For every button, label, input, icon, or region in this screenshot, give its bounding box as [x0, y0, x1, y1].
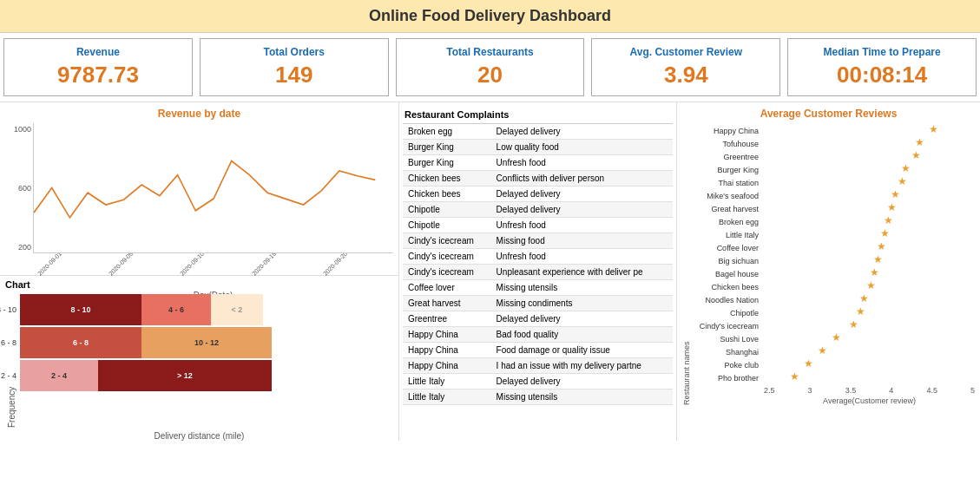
review-stars: ★	[762, 295, 975, 305]
frequency-y-label: Frequency	[7, 293, 16, 428]
review-row: Chipotle★	[693, 307, 975, 319]
left-panel: Revenue by date 1000 600 200 2020-09-01	[0, 102, 399, 441]
complaint-issue: Bad food quality	[491, 327, 673, 343]
review-stars: ★	[762, 178, 975, 188]
complaint-restaurant: Chipotle	[403, 218, 491, 233]
complaint-restaurant: Cindy's icecream	[403, 265, 491, 280]
complaint-restaurant: Chicken bees	[403, 171, 491, 187]
table-row: ChipotleUnfresh food	[403, 218, 673, 233]
kpi-restaurants-value: 20	[411, 62, 570, 88]
table-row: Cindy's icecreamUnfresh food	[403, 249, 673, 265]
complaint-issue: Unfresh food	[491, 218, 673, 233]
bar-row-6-8: 6 - 8 6 - 8 10 - 12	[20, 326, 393, 359]
kpi-orders-label: Total Orders	[214, 46, 374, 58]
table-row: Little ItalyDelayed delivery	[403, 374, 673, 390]
table-row: Cindy's icecreamMissing food	[403, 233, 673, 249]
review-stars: ★	[762, 282, 975, 292]
bar-row-2-4: 2 - 4 2 - 4 > 12	[20, 359, 393, 392]
review-row: Great harvest★	[693, 203, 975, 215]
seg-4-6: 4 - 6	[141, 294, 211, 325]
review-stars: ★	[762, 230, 975, 240]
review-row: Mike's seafood★	[693, 190, 975, 202]
kpi-review-label: Avg. Customer Review	[606, 46, 766, 58]
review-stars: ★	[762, 256, 975, 266]
review-restaurant-name: Sushi Love	[693, 335, 762, 344]
review-stars: ★	[762, 360, 975, 370]
review-restaurant-name: Chipotle	[693, 309, 762, 318]
review-stars: ★	[762, 217, 975, 227]
seg-6-8: 6 - 8	[20, 327, 141, 358]
review-restaurant-name: Cindy's icecream	[693, 322, 762, 331]
review-row: Big sichuan★	[693, 255, 975, 267]
seg-less-2: < 2	[211, 294, 263, 325]
table-row: GreentreeDelayed delivery	[403, 311, 673, 327]
kpi-time-value: 00:08:14	[802, 62, 962, 88]
review-restaurant-name: Shanghai	[693, 348, 762, 357]
review-row: Cindy's icecream★	[693, 320, 975, 332]
kpi-time-label: Median Time to Prepare	[802, 46, 962, 58]
review-row: Sushi Love★	[693, 333, 975, 345]
review-restaurant-name: Burger King	[693, 166, 762, 174]
review-row: Bagel house★	[693, 268, 975, 280]
review-stars: ★	[762, 191, 975, 201]
review-row: Little Italy★	[693, 229, 975, 241]
bar-x-label: Delivery distance (mile)	[5, 431, 393, 441]
complaint-issue: Food damage or quality issue	[491, 343, 673, 358]
complaint-restaurant: Coffee lover	[403, 280, 491, 296]
kpi-revenue-label: Revenue	[18, 46, 178, 58]
table-row: Cindy's icecreamUnpleasant experience wi…	[403, 265, 673, 280]
complaints-table: Broken eggDelayed deliveryBurger KingLow…	[403, 124, 673, 405]
table-row: Burger KingUnfresh food	[403, 155, 673, 171]
reviews-chart-area: Happy China★Tofuhouse★Greentree★Burger K…	[693, 125, 975, 384]
reviews-title: Average Customer Reviews	[682, 108, 975, 120]
x-axis-ticks: 2.533.544.55	[764, 386, 975, 395]
review-stars: ★	[762, 308, 975, 318]
kpi-time: Median Time to Prepare 00:08:14	[787, 38, 977, 96]
revenue-chart-title: Revenue by date	[5, 108, 393, 120]
complaints-panel: Restaurant Complaints Broken eggDelayed …	[399, 102, 677, 441]
table-row: Happy ChinaBad food quality	[403, 327, 673, 343]
complaint-restaurant: Burger King	[403, 155, 491, 171]
table-row: Happy ChinaI had an issue with my delive…	[403, 358, 673, 374]
kpi-review: Avg. Customer Review 3.94	[591, 38, 780, 96]
seg-8-10-dark: 8 - 10	[20, 294, 141, 325]
complaint-restaurant: Cindy's icecream	[403, 233, 491, 249]
kpi-revenue: Revenue 9787.73	[3, 38, 193, 96]
review-restaurant-name: Broken egg	[693, 218, 762, 226]
complaint-restaurant: Great harvest	[403, 296, 491, 311]
kpi-orders-value: 149	[214, 62, 374, 88]
complaint-issue: Delayed delivery	[491, 124, 673, 140]
review-row: Pho brother★	[693, 372, 975, 384]
review-restaurant-name: Mike's seafood	[693, 192, 762, 200]
table-row: Little ItalyMissing utensils	[403, 390, 673, 405]
review-row: Burger King★	[693, 164, 975, 176]
review-row: Coffee lover★	[693, 242, 975, 254]
table-row: ChipotleDelayed delivery	[403, 202, 673, 218]
revenue-line-chart	[34, 123, 393, 252]
review-restaurant-name: Pho brother	[693, 374, 762, 383]
kpi-row: Revenue 9787.73 Total Orders 149 Total R…	[0, 33, 980, 102]
bar-chart-title: Chart	[5, 279, 393, 290]
reviews-x-label: Average(Customer review)	[764, 396, 975, 405]
complaint-restaurant: Chicken bees	[403, 187, 491, 202]
complaint-restaurant: Happy China	[403, 343, 491, 358]
review-restaurant-name: Thai station	[693, 179, 762, 187]
review-row: Broken egg★	[693, 216, 975, 228]
review-restaurant-name: Chicken bees	[693, 283, 762, 291]
kpi-restaurants: Total Restaurants 20	[396, 38, 585, 96]
review-restaurant-name: Noodles Nation	[693, 296, 762, 304]
complaint-issue: Delayed delivery	[491, 187, 673, 202]
complaint-issue: Missing utensils	[491, 390, 673, 405]
review-restaurant-name: Great harvest	[693, 205, 762, 213]
review-restaurant-name: Greentree	[693, 153, 762, 161]
review-row: Greentree★	[693, 151, 975, 163]
review-row: Poke club★	[693, 359, 975, 371]
review-stars: ★	[762, 204, 975, 214]
review-row: Shanghai★	[693, 346, 975, 358]
complaint-issue: Unfresh food	[491, 249, 673, 265]
complaint-issue: I had an issue with my delivery partne	[491, 358, 673, 374]
seg-10-12: 10 - 12	[141, 327, 272, 358]
complaint-issue: Low quality food	[491, 140, 673, 155]
bar-row-8-10: 8 - 10 8 - 10 4 - 6 < 2	[20, 293, 393, 326]
review-stars: ★	[762, 321, 975, 331]
